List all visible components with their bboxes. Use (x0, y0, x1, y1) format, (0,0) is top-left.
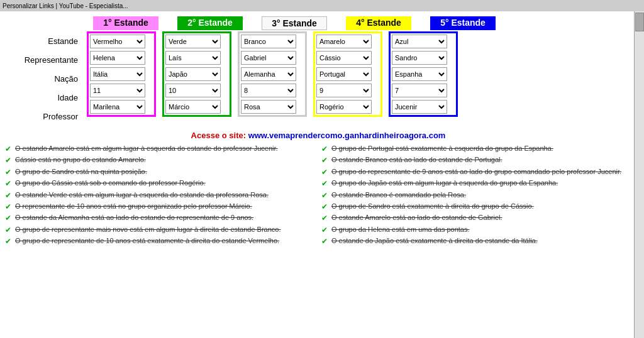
clue-right-8: O estande do Japão está exatamente à dir… (321, 236, 631, 246)
select-col3-rep[interactable]: Gabriel (241, 51, 296, 65)
clue-right-1: O estande Branco está ao lado do estande… (321, 155, 631, 165)
dropdown-estande-3-0: Branco (241, 35, 304, 48)
estande-col-4: Amarelo Cássio Portugal 9 Rogério (313, 31, 382, 117)
select-col5-idade[interactable]: 7 (392, 84, 447, 97)
dropdown-estande-1-1: Helena (90, 51, 153, 65)
select-col1-idade[interactable]: 11 (90, 84, 145, 97)
main-content: 1° Estande 2° Estande 3° Estande 4° Esta… (0, 11, 644, 251)
clue-left-2: O grupo de Sandro está na quinta posição… (5, 167, 315, 177)
clue-left-8: O grupo de representante de 10 anos está… (5, 236, 315, 246)
dropdown-estande-5-1: Sandro (392, 51, 455, 65)
dropdown-estande-4-0: Amarelo (316, 35, 379, 48)
dropdown-estande-2-0: Verde (165, 35, 228, 48)
clue-right-6: O estande Amarelo está ao lado do estand… (321, 213, 631, 222)
estande-col-2: Verde Laís Japão 10 Márcio (162, 31, 231, 117)
header-estande-1: 1° Estande (93, 16, 158, 30)
header-estande-4: 4° Estande (346, 16, 411, 30)
dropdown-estande-5-0: Azul (392, 35, 455, 48)
dropdowns-grid: Vermelho Helena Itália 11 Marilena Ver (87, 31, 458, 117)
select-col3-nacao[interactable]: Alemanha (241, 67, 296, 81)
select-col1-estande[interactable]: Vermelho (90, 35, 145, 48)
estande-col-5: Azul Sandro Espanha 7 Jucenir (389, 31, 458, 117)
label-professor: Professor (5, 107, 82, 126)
dropdown-estande-1-4: Marilena (90, 100, 153, 114)
dropdown-estande-3-2: Alemanha (241, 67, 304, 81)
clue-right-0: O grupo de Portugal está exatamente à es… (321, 144, 631, 153)
label-idade: Idade (5, 88, 82, 107)
clue-left-1: Cássio está no grupo do estando Amarelo. (5, 155, 315, 165)
select-col2-idade[interactable]: 10 (165, 84, 221, 97)
select-col2-nacao[interactable]: Japão (165, 67, 221, 81)
dropdown-estande-3-1: Gabriel (241, 51, 304, 65)
select-col4-prof[interactable]: Rogério (316, 100, 372, 114)
clue-left-4: O estande Verde está em algum lugar à es… (5, 190, 315, 200)
clue-left-6: O estande da Alemanha está ao lado do es… (5, 213, 315, 222)
label-representante: Representante (5, 50, 82, 69)
clue-left-7: O grupo de representante mais novo está … (5, 225, 315, 234)
top-bar-text: Personalizar Links | YouTube - Especiali… (3, 3, 128, 9)
clues-section: O estando Amarelo está em algum lugar à … (5, 144, 631, 246)
select-col2-prof[interactable]: Márcio (165, 100, 221, 114)
dropdown-estande-1-3: 11 (90, 84, 153, 97)
select-col4-rep[interactable]: Cássio (316, 51, 372, 65)
dropdown-estande-4-3: 9 (316, 84, 379, 97)
estande-col-3: Branco Gabriel Alemanha 8 Rosa (238, 31, 307, 117)
dropdown-estande-2-2: Japão (165, 67, 228, 81)
dropdown-estande-1-2: Itália (90, 67, 153, 81)
select-col5-rep[interactable]: Sandro (392, 51, 447, 65)
top-bar: Personalizar Links | YouTube - Especiali… (0, 0, 644, 11)
dropdown-estande-2-1: Laís (165, 51, 228, 65)
dropdown-estande-4-1: Cássio (316, 51, 379, 65)
clue-right-2: O grupo do representante de 9 anos está … (321, 167, 631, 177)
select-col3-estande[interactable]: Branco (241, 35, 296, 48)
dropdown-estande-4-4: Rogério (316, 100, 379, 114)
header-estande-3: 3° Estande (262, 16, 327, 30)
dropdown-estande-5-2: Espanha (392, 67, 455, 81)
select-col3-prof[interactable]: Rosa (241, 100, 296, 114)
table-area: Estande Representante Nação Idade Profes… (5, 31, 631, 126)
select-col4-estande[interactable]: Amarelo (316, 35, 372, 48)
select-col5-estande[interactable]: Azul (392, 35, 447, 48)
select-col5-nacao[interactable]: Espanha (392, 67, 447, 81)
clues-col-right: O grupo de Portugal está exatamente à es… (321, 144, 631, 246)
dropdown-estande-3-4: Rosa (241, 100, 304, 114)
select-col1-rep[interactable]: Helena (90, 51, 145, 65)
select-col4-nacao[interactable]: Portugal (316, 67, 372, 81)
row-labels: Estande Representante Nação Idade Profes… (5, 31, 87, 126)
header-estande-2: 2° Estande (177, 16, 243, 30)
select-col5-prof[interactable]: Jucenir (392, 100, 447, 114)
dropdown-estande-5-3: 7 (392, 84, 455, 97)
select-col1-prof[interactable]: Marilena (90, 100, 145, 114)
promo-bar: Acesse o site: www.vemaprendercomo.ganha… (5, 131, 631, 140)
clue-right-5: O grupo de Sandro está exatamente à dire… (321, 202, 631, 211)
label-estande: Estande (5, 31, 82, 50)
dropdown-estande-2-3: 10 (165, 84, 228, 97)
dropdown-estande-4-2: Portugal (316, 67, 379, 81)
clue-left-5: O representante de 10 anos está no grupo… (5, 202, 315, 211)
select-col3-idade[interactable]: 8 (241, 84, 296, 97)
scrollbar-thumb[interactable] (635, 13, 644, 31)
clue-right-4: O estande Branco é comandado pela Rosa. (321, 190, 631, 200)
clue-right-3: O grupo do Japão está em algum lugar à e… (321, 178, 631, 188)
dropdown-estande-1-0: Vermelho (90, 35, 153, 48)
promo-prefix: Acesse o site: (191, 131, 248, 140)
label-nacao: Nação (5, 69, 82, 88)
dropdown-estande-2-4: Márcio (165, 100, 228, 114)
clue-left-3: O grupo do Cássio está sob o comando do … (5, 178, 315, 188)
scrollbar[interactable] (634, 11, 644, 338)
promo-url: www.vemaprendercomo.ganhardinheiroagora.… (248, 131, 446, 140)
dropdown-estande-3-3: 8 (241, 84, 304, 97)
header-estande-5: 5° Estande (430, 16, 496, 30)
clue-right-7: O grupo da Helena está em uma das pontas… (321, 225, 631, 234)
estande-col-1: Vermelho Helena Itália 11 Marilena (87, 31, 156, 117)
select-col1-nacao[interactable]: Itália (90, 67, 145, 81)
select-col2-estande[interactable]: Verde (165, 35, 221, 48)
clues-col-left: O estando Amarelo está em algum lugar à … (5, 144, 315, 246)
select-col2-rep[interactable]: Laís (165, 51, 221, 65)
clue-left-0: O estando Amarelo está em algum lugar à … (5, 144, 315, 153)
dropdown-estande-5-4: Jucenir (392, 100, 455, 114)
select-col4-idade[interactable]: 9 (316, 84, 372, 97)
